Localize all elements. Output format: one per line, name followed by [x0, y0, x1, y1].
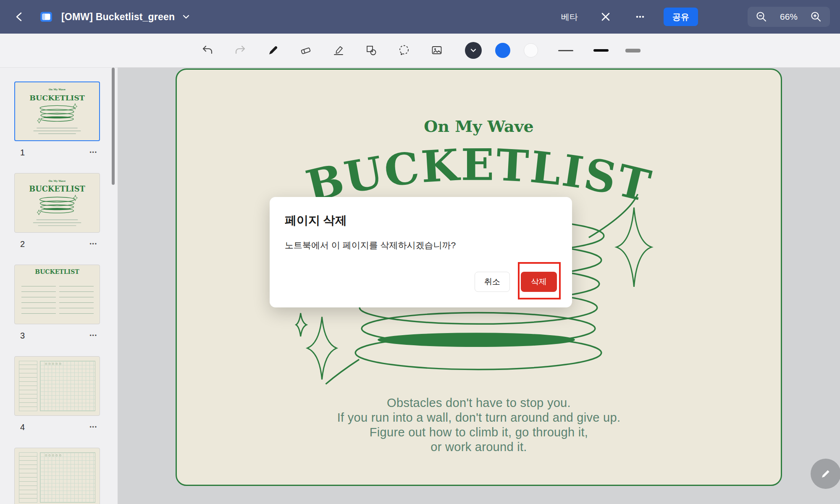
quote-line: If you run into a wall, don't turn aroun… — [177, 410, 781, 425]
lasso-tool-button[interactable] — [394, 41, 414, 60]
ellipsis-icon — [634, 10, 646, 23]
page-number: 3 — [20, 331, 25, 341]
page-menu-button[interactable]: ••• — [89, 150, 97, 155]
highlighter-tool-button[interactable] — [329, 41, 348, 60]
pen-disabled-button[interactable] — [597, 8, 614, 25]
image-tool-button[interactable] — [427, 41, 446, 60]
page-number: 1 — [20, 148, 25, 158]
chevron-down-icon — [468, 45, 479, 56]
drawing-toolbar — [0, 34, 840, 68]
sidebar-scrollbar[interactable] — [112, 68, 115, 185]
redo-button[interactable] — [231, 41, 250, 60]
eraser-icon — [300, 45, 312, 56]
thumb-dots: ○○○○○ — [45, 453, 63, 457]
back-chevron-icon — [13, 10, 26, 23]
zoom-level: 66% — [779, 12, 799, 22]
confirm-delete-button[interactable]: 삭제 — [521, 272, 557, 292]
beta-badge: 베타 — [561, 11, 578, 23]
page-block-1: On My Wave BUCKETLIST 1 — [14, 81, 100, 158]
color-swatch-white[interactable] — [524, 43, 538, 58]
share-button[interactable]: 공유 — [664, 8, 698, 26]
document-title: [OMW] Bucketlist_green — [61, 11, 175, 23]
undo-button[interactable] — [198, 41, 217, 60]
zoom-out-icon — [755, 10, 768, 23]
undo-icon — [202, 45, 213, 56]
thickness-thick-button[interactable] — [624, 41, 642, 60]
crossed-pens-icon — [600, 11, 612, 23]
dialog-message: 노트북에서 이 페이지를 삭제하시겠습니까? — [285, 240, 557, 251]
page-thumbnail-3[interactable]: BUCKETLIST — [14, 265, 100, 324]
topbar: [OMW] Bucketlist_green 베타 공유 — [0, 0, 840, 34]
page-block-4: ○○○○○ 4 ••• — [14, 356, 100, 433]
shape-icon — [365, 45, 377, 56]
quote-line: Figure out how to climb it, go through i… — [177, 425, 781, 440]
page-block-2: On My Wave BUCKETLIST 2 — [14, 173, 100, 249]
image-icon — [431, 45, 443, 56]
zoom-in-icon — [810, 10, 822, 23]
thickness-thin-button[interactable] — [556, 41, 575, 60]
page-block-5: ○○○○○ 5 ••• — [14, 448, 100, 504]
zoom-controls: 66% — [748, 7, 830, 27]
redo-icon — [234, 45, 246, 56]
page-thumbnail-2[interactable]: On My Wave BUCKETLIST — [14, 173, 100, 233]
page-list-sidebar: On My Wave BUCKETLIST 1 — [0, 68, 118, 504]
zoom-out-button[interactable] — [755, 10, 768, 23]
thumb-notes-column — [19, 452, 37, 503]
page-menu-button[interactable]: ••• — [89, 333, 97, 339]
delete-page-dialog: 페이지 삭제 노트북에서 이 페이지를 삭제하시겠습니까? 취소 삭제 — [270, 197, 572, 307]
page-title: On My Wave — [177, 117, 781, 136]
dialog-actions: 취소 삭제 — [285, 272, 557, 292]
quote-text: Obstacles don't have to stop you. If you… — [177, 396, 781, 454]
thumb-list-column — [21, 284, 56, 319]
page-number: 4 — [20, 423, 25, 432]
dialog-title: 페이지 삭제 — [285, 212, 557, 229]
pen-icon — [267, 45, 279, 56]
thickness-medium-button[interactable] — [592, 41, 610, 60]
eraser-tool-button[interactable] — [296, 41, 315, 60]
thumb-grid-area — [40, 361, 95, 411]
page-thumbnail-5[interactable]: ○○○○○ — [14, 448, 100, 504]
more-options-button[interactable] — [632, 8, 648, 25]
thumb-list-column — [59, 284, 94, 319]
cancel-button[interactable]: 취소 — [475, 272, 510, 292]
page-number: 2 — [20, 239, 25, 249]
thumb-notes-column — [19, 361, 37, 411]
spiral-filled-band — [378, 333, 575, 347]
sidebar-toggle-button[interactable] — [38, 8, 55, 25]
thumb-grid-area — [40, 452, 95, 503]
thumb-title-text: On My Wave — [49, 88, 66, 91]
back-button[interactable] — [11, 8, 28, 25]
thumb-title-text: On My Wave — [49, 179, 66, 183]
color-swatch-blue[interactable] — [495, 43, 510, 58]
thumb-heading-text: BUCKETLIST — [29, 94, 85, 102]
pencil-icon — [819, 467, 833, 481]
pen-tool-button[interactable] — [263, 41, 283, 60]
page-thumbnail-1[interactable]: On My Wave BUCKETLIST — [14, 81, 100, 141]
page-thumbnail-4[interactable]: ○○○○○ — [14, 356, 100, 416]
shape-tool-button[interactable] — [362, 41, 381, 60]
thumb-heading-text: BUCKETLIST — [15, 268, 100, 275]
quote-line: or work around it. — [177, 440, 781, 454]
thumb-heading-text: BUCKETLIST — [29, 184, 85, 193]
lasso-icon — [398, 45, 410, 56]
title-menu-button[interactable] — [180, 10, 192, 23]
quote-line: Obstacles don't have to stop you. — [177, 396, 781, 410]
title-caret-icon — [181, 11, 192, 22]
zoom-in-button[interactable] — [810, 10, 822, 23]
page-menu-button[interactable]: ••• — [89, 241, 97, 247]
tool-options-button[interactable] — [465, 42, 482, 59]
sidebar-toggle-icon — [39, 10, 53, 24]
thumb-dots: ○○○○○ — [45, 362, 63, 366]
page-block-3: BUCKETLIST 3 ••• — [14, 265, 100, 341]
highlighter-icon — [333, 45, 344, 56]
edit-pencil-fab[interactable] — [811, 459, 840, 489]
page-menu-button[interactable]: ••• — [89, 424, 97, 430]
